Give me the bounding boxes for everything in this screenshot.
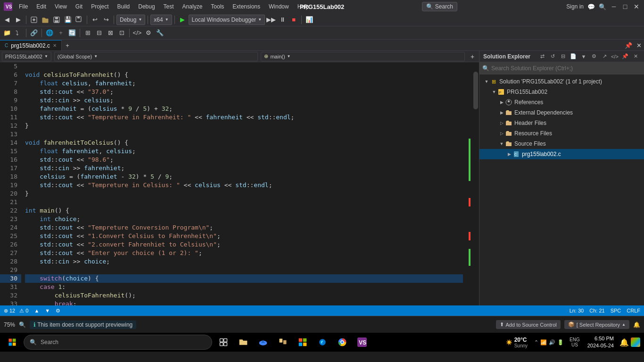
se-show-files-button[interactable]: 📄 bbox=[569, 52, 578, 61]
vs-taskbar-button[interactable]: VS bbox=[354, 334, 371, 351]
se-search-input[interactable] bbox=[491, 65, 641, 72]
files-app-button[interactable] bbox=[274, 334, 291, 351]
layout-button4[interactable]: ⊡ bbox=[116, 28, 127, 38]
open-file-button[interactable] bbox=[40, 15, 50, 25]
pin-window-button[interactable]: 📌 bbox=[623, 40, 634, 50]
se-close-button[interactable]: ✕ bbox=[631, 52, 640, 61]
pinned-app1-button[interactable] bbox=[294, 334, 311, 351]
battery-icon[interactable]: 🔋 bbox=[557, 339, 564, 346]
refresh-button[interactable]: 🔄 bbox=[67, 28, 77, 38]
se-open-button[interactable]: ↗ bbox=[600, 52, 609, 61]
menu-analyze[interactable]: Analyze bbox=[179, 2, 206, 11]
se-pin-button[interactable]: 📌 bbox=[620, 52, 630, 61]
menu-tools[interactable]: Tools bbox=[207, 2, 228, 11]
func-nav-dropdown[interactable]: ⊕ main() ▼ bbox=[261, 52, 465, 61]
settings-button[interactable]: 🔧 bbox=[155, 28, 165, 38]
se-refresh-button[interactable]: ↺ bbox=[548, 52, 557, 61]
tree-project[interactable]: ▼ P PRG155Lab002 bbox=[479, 87, 644, 97]
tree-resource-files[interactable]: ▷ Resource Files bbox=[479, 128, 644, 139]
minimize-button[interactable]: ─ bbox=[610, 3, 618, 10]
tree-references[interactable]: ▶ References bbox=[479, 97, 644, 107]
nav-up-button[interactable]: ▲ bbox=[34, 308, 39, 313]
save-all-button[interactable]: 💾 bbox=[63, 15, 73, 25]
properties-button[interactable]: ⚙ bbox=[143, 28, 154, 38]
undo-button[interactable]: ↩ bbox=[90, 15, 100, 25]
close-button[interactable]: ✕ bbox=[633, 3, 640, 10]
scrollbar-thumb[interactable] bbox=[473, 72, 478, 109]
menu-window[interactable]: Window bbox=[265, 2, 293, 11]
menu-file[interactable]: File bbox=[15, 2, 32, 11]
platform-dropdown[interactable]: x64 ▼ bbox=[150, 15, 172, 25]
chrome-button[interactable] bbox=[334, 334, 351, 351]
show-hidden-icons-button[interactable]: ⌃ bbox=[534, 339, 538, 346]
editor-scrollbar[interactable] bbox=[472, 62, 479, 305]
add-browser-button[interactable]: + bbox=[56, 28, 66, 38]
tree-ext-deps[interactable]: ▶ External Dependencies bbox=[479, 107, 644, 118]
volume-icon[interactable]: 🔊 bbox=[549, 339, 555, 346]
attach-button[interactable]: ▶▶ bbox=[266, 15, 276, 25]
new-tab-button[interactable]: + bbox=[62, 40, 73, 50]
menu-debug[interactable]: Debug bbox=[134, 2, 158, 11]
performance-button[interactable]: 📊 bbox=[304, 15, 314, 25]
pause-button[interactable]: ⏸ bbox=[277, 15, 288, 25]
file-explorer-taskbar-button[interactable] bbox=[235, 334, 252, 351]
network-icon[interactable]: 📶 bbox=[540, 339, 547, 346]
stop-button[interactable]: ■ bbox=[289, 15, 299, 25]
tree-solution[interactable]: ▼ ⊞ Solution 'PRG155Lab002' (1 of 1 proj… bbox=[479, 76, 644, 87]
run-button[interactable]: ▶ bbox=[177, 15, 188, 25]
back-button[interactable]: ◀ bbox=[2, 15, 12, 25]
layout-button2[interactable]: ⊟ bbox=[94, 28, 104, 38]
project-nav-dropdown[interactable]: PRG155Lab002 ▼ bbox=[2, 52, 51, 61]
menu-git[interactable]: Git bbox=[72, 2, 86, 11]
layout-button3[interactable]: ⊠ bbox=[105, 28, 116, 38]
menu-project[interactable]: Project bbox=[87, 2, 112, 11]
layout-button1[interactable]: ⊞ bbox=[83, 28, 93, 38]
title-bar-search[interactable]: 🔍 Search bbox=[422, 2, 457, 11]
save-selected-button[interactable] bbox=[74, 15, 84, 25]
redo-button[interactable]: ↪ bbox=[101, 15, 111, 25]
open-folder-button[interactable]: 📁 bbox=[2, 28, 12, 38]
start-button[interactable] bbox=[4, 334, 21, 351]
notification-center-button[interactable]: 🔔 bbox=[619, 338, 629, 347]
nav-down-button[interactable]: ▼ bbox=[45, 308, 50, 313]
se-properties-button[interactable]: ⚙ bbox=[589, 52, 599, 61]
live-share-button[interactable]: 🔗 bbox=[29, 28, 39, 38]
debug-config-dropdown[interactable]: Debug ▼ bbox=[116, 15, 145, 25]
forward-button[interactable]: ▶ bbox=[13, 15, 24, 25]
tree-header-files[interactable]: ▷ Header Files bbox=[479, 118, 644, 128]
ship-app-button[interactable] bbox=[255, 334, 272, 351]
edge-button[interactable] bbox=[314, 334, 331, 351]
sign-in-button[interactable]: Sign in bbox=[566, 3, 584, 10]
add-nav-button[interactable]: + bbox=[468, 52, 477, 61]
menu-extensions[interactable]: Extensions bbox=[229, 2, 264, 11]
locale-indicator[interactable]: ENG US bbox=[568, 337, 582, 347]
code-view-button[interactable]: </> bbox=[132, 28, 142, 38]
notification-icon[interactable]: 🔔 bbox=[633, 321, 640, 328]
clock[interactable]: 6:50 PM 2024-05-24 bbox=[584, 335, 618, 350]
se-filter-button[interactable]: ▼ bbox=[579, 52, 588, 61]
step-into-button[interactable]: ⤵ bbox=[13, 28, 24, 38]
tree-file-prg155[interactable]: ▶ C prg155lab002.c bbox=[479, 149, 644, 159]
code-text[interactable]: void celsiusToFahrenheit() { float celsi… bbox=[21, 62, 467, 305]
source-control-button[interactable]: ⬆ Add to Source Control bbox=[496, 320, 561, 329]
menu-build[interactable]: Build bbox=[114, 2, 134, 11]
restore-button[interactable]: □ bbox=[621, 3, 629, 10]
error-count-badge[interactable]: ⊗ 12 ⚠ 0 bbox=[4, 308, 28, 314]
menu-view[interactable]: View bbox=[51, 2, 71, 11]
tab-close-button[interactable]: ✕ bbox=[53, 43, 57, 48]
menu-edit[interactable]: Edit bbox=[33, 2, 50, 11]
close-window-button[interactable]: ✕ bbox=[634, 40, 644, 50]
weather-widget[interactable]: ☀️ 20°C Sunny bbox=[503, 337, 530, 348]
menu-test[interactable]: Test bbox=[160, 2, 178, 11]
se-collapse-button[interactable]: ⊟ bbox=[558, 52, 568, 61]
open-browser-button[interactable]: 🌐 bbox=[44, 28, 55, 38]
select-repo-button[interactable]: 📦 [ Select Repository ▲ bbox=[564, 320, 629, 329]
save-button[interactable] bbox=[51, 15, 62, 25]
scope-nav-dropdown[interactable]: (Global Scope) ▼ bbox=[54, 52, 258, 61]
task-view-button[interactable] bbox=[215, 334, 232, 351]
taskbar-search-bar[interactable]: 🔍 Search bbox=[24, 335, 212, 350]
se-code-button[interactable]: </> bbox=[610, 52, 619, 61]
run-config-dropdown[interactable]: Local Windows Debugger ▼ bbox=[189, 15, 265, 25]
se-sync-button[interactable]: ⇄ bbox=[537, 52, 547, 61]
tree-source-files[interactable]: ▼ Source Files bbox=[479, 139, 644, 149]
